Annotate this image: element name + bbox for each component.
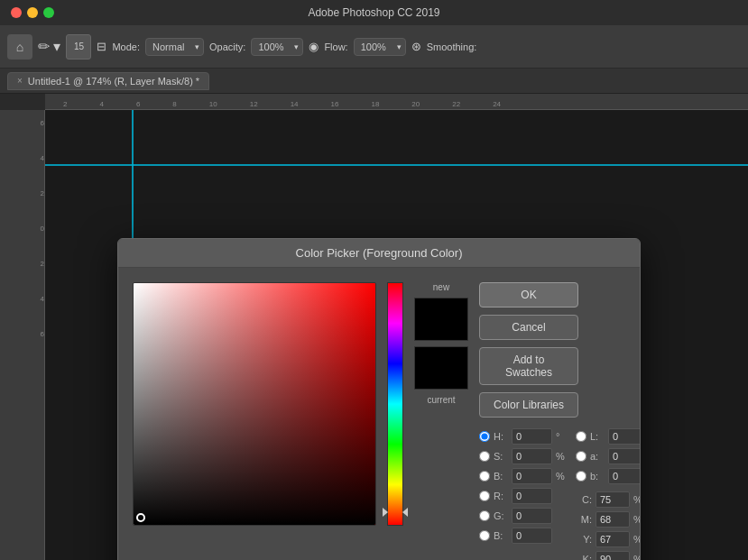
brush-size-display[interactable]: 15 (66, 34, 91, 60)
color-picker-cursor (136, 513, 145, 522)
m-field-row: M: % (576, 511, 641, 528)
green-field-row: G: (479, 508, 568, 524)
maximize-button[interactable] (43, 7, 54, 18)
a-input[interactable] (608, 448, 641, 464)
brightness-radio[interactable] (479, 471, 490, 482)
canvas-area: 2 4 6 8 10 12 14 16 18 20 22 24 6 4 2 0 … (0, 94, 748, 560)
hue-label: H: (494, 431, 508, 442)
minimize-button[interactable] (27, 7, 38, 18)
opacity-select-wrapper: 100% (251, 38, 303, 56)
ok-button[interactable]: OK (479, 282, 578, 308)
c-field-row: C: % (576, 491, 641, 508)
opacity-select[interactable]: 100% (251, 38, 303, 56)
tab-bar: × Untitled-1 @ 174% (R, Layer Mask/8) * (0, 69, 748, 94)
a-radio[interactable] (576, 451, 586, 462)
red-field-row: R: (479, 488, 568, 504)
c-input[interactable] (596, 491, 630, 508)
ruler-ticks: 2 4 6 8 10 12 14 16 18 20 22 24 (45, 100, 748, 109)
brightness-input[interactable] (512, 468, 552, 484)
lab-column: L: a: b: (576, 428, 641, 560)
flow-select-wrapper: 100% (354, 38, 406, 56)
flow-icon[interactable]: ⊛ (411, 40, 421, 53)
l-input[interactable] (608, 428, 641, 445)
vertical-ruler: 6 4 2 0 2 4 6 (0, 110, 45, 560)
green-input[interactable] (512, 508, 552, 524)
color-field-container[interactable] (133, 282, 376, 526)
color-libraries-button[interactable]: Color Libraries (479, 392, 578, 418)
color-field[interactable] (133, 282, 376, 526)
cancel-button[interactable]: Cancel (479, 315, 578, 340)
add-to-swatches-button[interactable]: Add to Swatches (479, 347, 578, 385)
flow-label: Flow: (324, 41, 347, 52)
spectrum-slider-container[interactable] (387, 282, 403, 526)
brightness-unit: % (556, 471, 568, 482)
k-input[interactable] (596, 551, 630, 560)
current-label: current (427, 395, 455, 405)
k-label: K: (576, 554, 592, 560)
red-label: R: (494, 491, 508, 501)
main-toolbar: ⌂ ✏ ▾ 15 ⊟ Mode: Normal Opacity: 100% ◉ … (0, 25, 748, 69)
brush-options-icon[interactable]: ⊟ (97, 40, 106, 53)
mode-select-wrapper: Normal (145, 38, 204, 56)
hue-radio[interactable] (479, 431, 490, 442)
color-picker-dialog: Color Picker (Foreground Color) (117, 238, 641, 560)
y-field-row: Y: % (576, 531, 641, 547)
saturation-radio[interactable] (479, 451, 490, 462)
app-title: Adobe Photoshop CC 2019 (308, 6, 439, 19)
blue-input[interactable] (512, 528, 552, 544)
saturation-unit: % (556, 451, 568, 462)
m-unit: % (633, 514, 641, 525)
horizontal-ruler: 2 4 6 8 10 12 14 16 18 20 22 24 (45, 94, 748, 110)
current-color-preview (414, 346, 468, 390)
hsb-lab-columns: H: ° S: % (479, 428, 641, 560)
new-color-preview (414, 298, 468, 341)
document-tab[interactable]: × Untitled-1 @ 174% (R, Layer Mask/8) * (7, 72, 209, 90)
l-label: L: (590, 431, 605, 442)
m-label: M: (576, 514, 592, 525)
mode-label: Mode: (112, 41, 140, 52)
b2-input[interactable] (608, 468, 641, 484)
brightness-field-row: B: % (479, 468, 568, 484)
new-label: new (433, 282, 449, 292)
close-button[interactable] (11, 7, 22, 18)
spectrum-slider[interactable] (387, 282, 403, 526)
y-unit: % (633, 534, 641, 545)
color-field-brightness (134, 283, 375, 525)
l-field-row: L: (576, 428, 641, 445)
hsb-rgb-column: H: ° S: % (479, 428, 568, 560)
flow-select[interactable]: 100% (354, 38, 406, 56)
blue-radio[interactable] (479, 530, 490, 541)
hue-input[interactable] (512, 428, 552, 445)
mode-select[interactable]: Normal (145, 38, 204, 56)
a-label: a: (590, 451, 605, 462)
c-unit: % (633, 494, 641, 505)
l-radio[interactable] (576, 431, 586, 442)
c-label: C: (576, 494, 592, 505)
blue-field-row: B: (479, 528, 568, 544)
red-input[interactable] (512, 488, 552, 504)
title-bar: Adobe Photoshop CC 2019 (0, 0, 748, 25)
saturation-label: S: (494, 451, 508, 462)
k-field-row: K: % (576, 551, 641, 560)
m-input[interactable] (596, 511, 630, 528)
color-fields: H: ° S: % (479, 428, 641, 560)
home-button[interactable]: ⌂ (7, 34, 32, 60)
dialog-title: Color Picker (Foreground Color) (296, 246, 463, 260)
green-radio[interactable] (479, 510, 490, 521)
airbrush-icon[interactable]: ◉ (309, 40, 319, 53)
y-input[interactable] (596, 531, 630, 547)
tab-close-icon[interactable]: × (17, 76, 23, 86)
dialog-buttons: OK Cancel Add to Swatches Color Librarie… (479, 282, 641, 560)
guide-line-horizontal (45, 164, 748, 166)
saturation-input[interactable] (512, 448, 552, 464)
blue-label: B: (494, 530, 508, 541)
color-preview-section: new current (414, 282, 468, 560)
saturation-field-row: S: % (479, 448, 568, 464)
red-radio[interactable] (479, 491, 490, 501)
tab-title: Untitled-1 @ 174% (R, Layer Mask/8) * (28, 76, 199, 87)
brush-tool-icon[interactable]: ✏ ▾ (38, 38, 60, 55)
traffic-lights (11, 7, 54, 18)
spectrum-arrow-right (402, 508, 408, 517)
a-field-row: a: (576, 448, 641, 464)
b2-radio[interactable] (576, 471, 586, 482)
